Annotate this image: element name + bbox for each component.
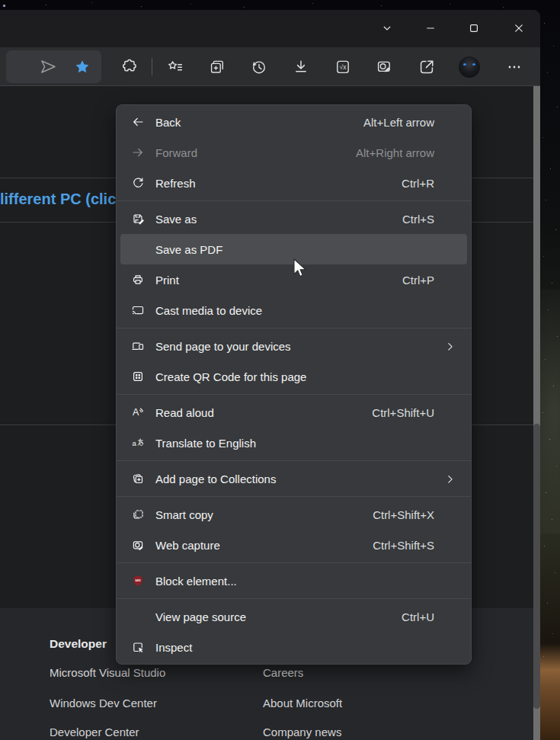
menu-item-label: Cast media to device [155,304,262,317]
menu-item-cast-media[interactable]: Cast media to device [117,295,471,325]
title-bar[interactable] [0,10,540,47]
menu-item-send-to-devices[interactable]: Send page to your devices [117,331,471,361]
menu-item-shortcut: Ctrl+U [402,610,456,623]
svg-text:a: a [133,439,137,447]
back-arrow-icon [130,114,146,130]
menu-separator [117,562,471,563]
menu-item-save-as[interactable]: Save as Ctrl+S [117,203,471,234]
footer-link[interactable]: Company news [263,726,341,738]
qr-code-icon [130,369,146,384]
menu-item-read-aloud[interactable]: A Read aloud Ctrl+Shift+U [117,397,471,428]
footer-link[interactable]: About Microsoft [263,697,342,710]
no-icon [130,609,146,624]
menu-item-label: Inspect [155,641,192,654]
share-button[interactable] [418,58,436,76]
save-icon [130,211,146,226]
menu-separator [117,394,471,395]
math-solver-button[interactable]: √x [334,58,352,76]
menu-item-label: Smart copy [155,508,213,521]
svg-text:√x: √x [340,63,347,71]
menu-item-label: Forward [155,146,197,159]
context-menu: Back Alt+Left arrow Forward Alt+Right ar… [116,104,472,665]
menu-item-shortcut: Ctrl+R [402,177,456,190]
extensions-button[interactable] [120,58,139,76]
mouse-cursor [292,258,309,284]
printer-icon [130,272,146,287]
menu-item-shortcut: Alt+Right arrow [356,146,456,159]
menu-item-label: Block element... [155,575,237,588]
cast-icon [130,303,146,318]
footer-link[interactable]: Careers [263,666,303,679]
inspect-icon [130,639,146,655]
devices-icon [130,338,146,354]
close-icon [513,22,525,37]
menu-item-label: Save as [155,213,197,226]
minimize-icon [424,22,437,37]
menu-item-view-page-source[interactable]: View page source Ctrl+U [117,601,471,632]
web-capture-icon [376,58,394,76]
send-button[interactable] [39,58,57,76]
menu-item-label: Refresh [155,177,196,190]
maximize-icon [468,22,480,37]
no-icon [130,242,146,257]
minimize-button[interactable] [418,18,443,42]
close-button[interactable] [507,18,531,42]
web-capture-icon [130,537,146,553]
share-icon [418,58,436,76]
footer-link[interactable]: Developer Center [50,726,139,738]
submenu-chevron-icon [444,473,456,485]
forward-arrow-icon [130,145,146,160]
collections-button[interactable] [208,58,226,76]
menu-item-shortcut: Ctrl+Shift+S [373,539,456,552]
menu-item-add-to-collections[interactable]: Add page to Collections [117,463,471,494]
menu-item-shortcut: Ctrl+S [402,213,456,226]
web-capture-button[interactable] [376,58,394,76]
wallpaper-stars [0,0,1,1]
menu-item-inspect[interactable]: Inspect [117,632,471,662]
menu-separator [117,460,471,461]
menu-item-label: Read aloud [155,406,214,419]
browser-toolbar: √x [0,47,540,86]
menu-item-refresh[interactable]: Refresh Ctrl+R [117,168,471,198]
history-button[interactable] [250,58,268,76]
menu-item-shortcut: Alt+Left arrow [363,116,456,129]
maximize-button[interactable] [462,18,486,42]
avatar-eye-right [472,63,475,66]
favorite-star-button[interactable] [73,58,91,76]
menu-item-label: Create QR Code for this page [155,370,306,383]
menu-separator [117,598,471,599]
menu-separator [117,496,471,497]
favorites-button[interactable] [166,58,184,76]
menu-item-create-qr-code[interactable]: Create QR Code for this page [117,361,471,392]
menu-item-shortcut: Ctrl+Shift+X [373,508,456,521]
collections-add-icon [130,471,146,486]
menu-item-label: Save as PDF [155,243,222,256]
menu-item-label: Print [155,274,179,287]
menu-item-block-element[interactable]: uo Block element... [117,565,471,596]
menu-item-back[interactable]: Back Alt+Left arrow [117,107,471,137]
svg-text:A: A [133,407,139,418]
send-icon [39,58,57,76]
ublock-shield-icon: uo [130,573,146,588]
menu-item-smart-copy[interactable]: Smart copy Ctrl+Shift+X [117,499,471,530]
scrollbar-thumb[interactable] [533,424,540,709]
smart-copy-icon [130,507,146,522]
downloads-button[interactable] [292,58,310,76]
titlebar-chevron-button[interactable] [375,18,399,42]
menu-item-label: Translate to English [155,437,256,450]
toolbar-divider [152,58,152,75]
menu-item-translate[interactable]: a Translate to English [117,428,471,458]
menu-separator [117,200,471,201]
profile-avatar[interactable] [459,56,480,78]
menu-item-label: Web capture [155,539,220,552]
menu-item-shortcut: Ctrl+P [402,274,456,287]
menu-item-forward[interactable]: Forward Alt+Right arrow [117,137,471,168]
footer-link[interactable]: Windows Dev Center [50,697,157,710]
ellipsis-icon [505,58,523,76]
download-arrow-icon [292,58,310,76]
footer-column-header: Developer [50,637,107,651]
more-options-button[interactable] [505,58,523,76]
footer-link[interactable]: Microsoft Visual Studio [50,666,165,679]
extensions-puzzle-icon [120,58,139,76]
menu-item-web-capture[interactable]: Web capture Ctrl+Shift+S [117,530,471,560]
